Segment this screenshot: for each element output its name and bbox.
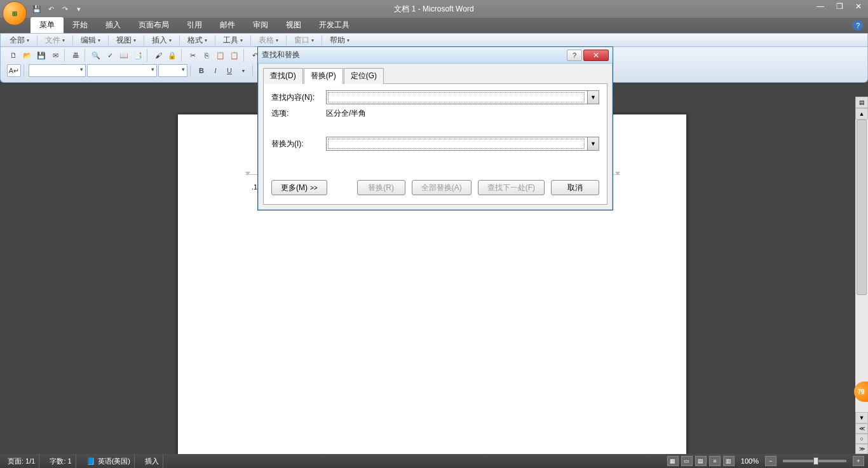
scroll-thumb[interactable]: [857, 120, 867, 295]
status-words[interactable]: 字数: 1: [46, 454, 76, 468]
status-language[interactable]: 📘英语(美国): [83, 454, 135, 468]
replace-input[interactable]: ▼: [326, 137, 599, 151]
next-page-icon[interactable]: ≫: [855, 444, 868, 454]
scroll-up-icon[interactable]: ▲: [855, 108, 868, 120]
ribbon-tab-mailings[interactable]: 邮件: [211, 17, 244, 33]
open-icon[interactable]: 📂: [21, 49, 34, 62]
menu-help[interactable]: 帮助▾: [325, 34, 355, 47]
qat-more-icon[interactable]: ▾: [74, 4, 84, 14]
tab-find[interactable]: 查找(D): [263, 68, 303, 84]
redo-icon[interactable]: ↷: [60, 4, 70, 14]
spellcheck-icon[interactable]: ✓: [104, 49, 116, 62]
more-button[interactable]: 更多(M)>>: [271, 180, 327, 195]
save-icon[interactable]: 💾: [32, 4, 42, 14]
find-dropdown-icon[interactable]: ▼: [587, 91, 599, 104]
close-button[interactable]: ✕: [849, 0, 868, 13]
cut-icon[interactable]: ✂: [186, 49, 199, 62]
paste-icon[interactable]: 📋: [214, 49, 227, 62]
ribbon-tab-review[interactable]: 审阅: [244, 17, 277, 33]
dialog-body: 查找内容(N): ▼ 选项: 区分全/半角 替换为(I): ▼ 更多(M)>> …: [263, 83, 607, 205]
format-painter-icon[interactable]: 🖌: [152, 49, 165, 62]
menu-all[interactable]: 全部▾: [4, 34, 34, 47]
size-combo[interactable]: [158, 64, 187, 77]
menu-table[interactable]: 表格▾: [254, 34, 283, 47]
style-combo[interactable]: [29, 64, 86, 77]
status-mode[interactable]: 插入: [141, 454, 163, 468]
help-icon[interactable]: ?: [853, 20, 863, 31]
find-label: 查找内容(N):: [271, 92, 321, 103]
new-icon[interactable]: 🗋: [7, 49, 20, 62]
preview-icon[interactable]: 🔍: [90, 49, 102, 62]
ribbon-tab-developer[interactable]: 开发工具: [310, 17, 358, 33]
menu-tools[interactable]: 工具▾: [218, 34, 248, 47]
scroll-track[interactable]: [855, 120, 868, 412]
replace-all-button[interactable]: 全部替换(A): [412, 180, 471, 195]
zoom-out-icon[interactable]: −: [765, 456, 776, 466]
mail-icon[interactable]: ✉: [49, 49, 62, 62]
zoom-level[interactable]: 100%: [741, 457, 759, 465]
options-value: 区分全/半角: [326, 108, 366, 119]
find-input[interactable]: ▼: [326, 90, 599, 104]
cancel-button[interactable]: 取消: [551, 180, 599, 195]
menu-format[interactable]: 格式▾: [182, 34, 212, 47]
replace-button[interactable]: 替换(R): [357, 180, 405, 195]
menu-insert[interactable]: 插入▾: [147, 34, 177, 47]
tab-goto[interactable]: 定位(G): [344, 68, 384, 84]
dialog-tabs: 查找(D) 替换(P) 定位(G): [258, 64, 613, 83]
save-icon[interactable]: 💾: [35, 49, 48, 62]
maximize-button[interactable]: ❐: [830, 0, 849, 13]
ruler-toggle-icon[interactable]: ▤: [855, 97, 868, 108]
ribbon-tabs: 菜单 开始 插入 页面布局 引用 邮件 审阅 视图 开发工具 ?: [0, 18, 868, 33]
view-outline-icon[interactable]: ≡: [709, 456, 721, 466]
browse-object-icon[interactable]: ○: [855, 434, 868, 444]
research-icon[interactable]: 📖: [118, 49, 130, 62]
menu-file[interactable]: 文件▾: [40, 34, 70, 47]
find-next-button[interactable]: 查找下一处(F): [478, 180, 545, 195]
find-replace-dialog: 查找和替换 ? ✕ 查找(D) 替换(P) 定位(G) 查找内容(N): ▼ 选…: [257, 46, 613, 210]
zoom-in-icon[interactable]: +: [853, 456, 864, 466]
view-draft-icon[interactable]: ▥: [723, 456, 735, 466]
office-button[interactable]: ⊞: [3, 1, 27, 25]
replace-input-field[interactable]: [327, 137, 586, 150]
dialog-close-button[interactable]: ✕: [583, 50, 609, 61]
view-fullscreen-icon[interactable]: ▭: [681, 456, 693, 466]
ribbon-tab-insert[interactable]: 插入: [97, 17, 130, 33]
ribbon-tab-layout[interactable]: 页面布局: [130, 17, 178, 33]
underline-button[interactable]: U: [223, 64, 236, 77]
ribbon-tab-view[interactable]: 视图: [277, 17, 310, 33]
ribbon-tab-home[interactable]: 开始: [64, 17, 97, 33]
permission-icon[interactable]: 🔒: [166, 49, 179, 62]
thesaurus-icon[interactable]: 📑: [132, 49, 144, 62]
copy-icon[interactable]: ⎘: [200, 49, 213, 62]
menu-edit[interactable]: 编辑▾: [76, 34, 105, 47]
find-input-field[interactable]: [327, 91, 586, 104]
menu-window[interactable]: 窗口▾: [289, 34, 319, 47]
dialog-help-button[interactable]: ?: [567, 50, 582, 61]
print-icon[interactable]: 🖶: [69, 49, 82, 62]
zoom-knob[interactable]: [813, 457, 818, 465]
ribbon-tab-menu[interactable]: 菜单: [31, 17, 64, 33]
dialog-title: 查找和替换: [262, 50, 300, 60]
window-controls: — ❐ ✕: [811, 0, 868, 13]
prev-page-icon[interactable]: ≪: [855, 423, 868, 434]
menu-view[interactable]: 视图▾: [111, 34, 141, 47]
book-icon: 📘: [86, 457, 95, 465]
scroll-down-icon[interactable]: ▼: [855, 412, 868, 423]
bold-button[interactable]: B: [195, 64, 208, 77]
replace-dropdown-icon[interactable]: ▼: [587, 137, 599, 150]
font-combo[interactable]: [87, 64, 157, 77]
minimize-button[interactable]: —: [811, 0, 830, 13]
underline-more-icon[interactable]: ▾: [237, 64, 250, 77]
undo-icon[interactable]: ↶: [46, 4, 56, 14]
tab-replace[interactable]: 替换(P): [304, 68, 343, 84]
zoom-slider[interactable]: [783, 460, 846, 462]
view-print-layout-icon[interactable]: ▦: [667, 456, 679, 466]
status-page[interactable]: 页面: 1/1: [4, 454, 39, 468]
paste-special-icon[interactable]: 📋: [228, 49, 241, 62]
replace-label: 替换为(I):: [271, 139, 321, 149]
italic-button[interactable]: I: [209, 64, 222, 77]
view-web-icon[interactable]: ▤: [695, 456, 707, 466]
style-indicator[interactable]: A↵: [7, 64, 21, 77]
ribbon-tab-references[interactable]: 引用: [178, 17, 211, 33]
dialog-title-bar[interactable]: 查找和替换 ? ✕: [258, 47, 613, 64]
